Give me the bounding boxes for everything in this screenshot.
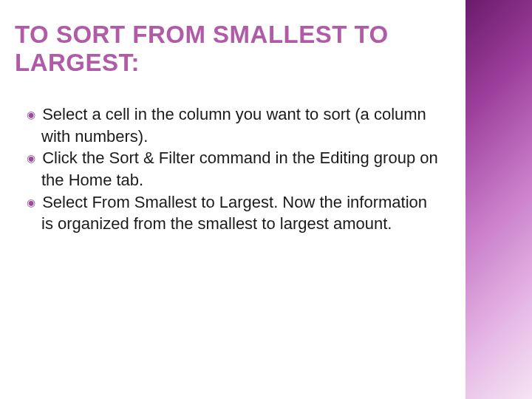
slide: TO SORT FROM SMALLEST TO LARGEST: ◉ Sele… [0, 0, 532, 399]
bullet-icon: ◉ [27, 109, 38, 120]
list-item: ◉ Select a cell in the column you want t… [27, 103, 440, 147]
slide-body: ◉ Select a cell in the column you want t… [27, 103, 440, 235]
list-item: ◉ Select From Smallest to Largest. Now t… [27, 191, 440, 235]
bullet-icon: ◉ [27, 152, 38, 164]
accent-strip [466, 0, 532, 399]
slide-title: TO SORT FROM SMALLEST TO LARGEST: [15, 21, 458, 77]
list-item-text: Click the Sort & Filter command in the E… [41, 149, 438, 189]
list-item-text: Select a cell in the column you want to … [41, 105, 426, 146]
list-item-text: Select From Smallest to Largest. Now the… [41, 193, 427, 233]
bullet-icon: ◉ [27, 197, 38, 208]
list-item: ◉ Click the Sort & Filter command in the… [27, 147, 440, 191]
